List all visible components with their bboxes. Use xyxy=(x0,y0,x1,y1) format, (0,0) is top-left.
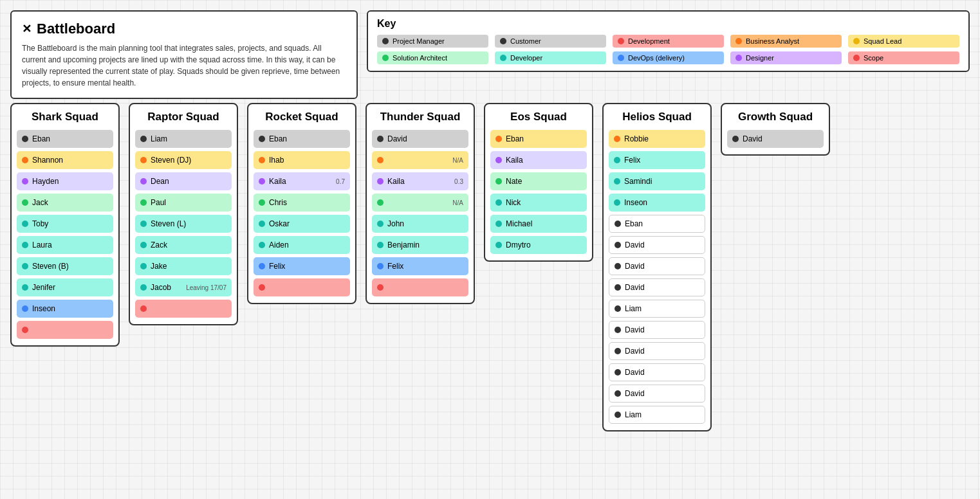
member-row[interactable]: Steven (DJ) xyxy=(135,151,232,169)
member-row[interactable]: Felix xyxy=(609,151,705,169)
member-row[interactable]: Eban xyxy=(254,130,350,148)
designer-label: Designer xyxy=(746,54,774,62)
squad-title: Helios Squad xyxy=(609,111,705,123)
squad-members: EbanIhabKaila0.7ChrisOskarAidenFelix xyxy=(254,130,350,296)
member-row[interactable]: Kaila0.3 xyxy=(372,172,468,190)
member-row[interactable]: Kaila xyxy=(490,151,587,169)
member-dot xyxy=(259,263,265,269)
member-row[interactable]: Jake xyxy=(135,257,232,275)
member-row[interactable]: Shannon xyxy=(17,151,113,169)
member-name: David xyxy=(743,134,818,143)
member-row[interactable]: Liam xyxy=(609,300,705,318)
member-name: Michael xyxy=(506,219,582,228)
member-dot xyxy=(259,178,265,185)
member-row[interactable]: Robbie xyxy=(609,130,705,148)
member-name: Liam xyxy=(625,304,699,313)
member-row[interactable]: Liam xyxy=(609,406,705,424)
member-row[interactable]: Eban xyxy=(609,215,705,233)
member-note: N/A xyxy=(452,157,463,164)
member-dot xyxy=(377,221,384,227)
member-row[interactable]: David xyxy=(609,342,705,360)
key-item-dev: Development xyxy=(613,35,724,48)
member-row[interactable] xyxy=(372,278,468,296)
member-dot xyxy=(615,390,621,397)
member-row[interactable]: N/A xyxy=(372,194,468,212)
member-row[interactable]: David xyxy=(609,278,705,296)
member-dot xyxy=(22,242,28,248)
member-name: Kaila xyxy=(387,177,450,186)
developer-dot xyxy=(500,55,506,61)
member-dot xyxy=(140,178,147,185)
member-row[interactable] xyxy=(254,278,350,296)
squads-area: Shark SquadEbanShannonHaydenJackTobyLaur… xyxy=(10,103,970,431)
member-dot xyxy=(22,136,28,142)
member-name: Inseon xyxy=(32,304,108,313)
member-row[interactable]: Inseon xyxy=(17,300,113,318)
member-name: Robbie xyxy=(624,134,700,143)
member-row[interactable]: Felix xyxy=(372,257,468,275)
member-dot xyxy=(495,178,502,185)
member-row[interactable]: Inseon xyxy=(609,194,705,212)
member-row[interactable]: Felix xyxy=(254,257,350,275)
member-row[interactable]: Nate xyxy=(490,172,587,190)
member-dot xyxy=(140,305,147,312)
member-dot xyxy=(140,136,147,142)
member-row[interactable]: David xyxy=(609,321,705,339)
member-row[interactable]: Zack xyxy=(135,236,232,254)
member-row[interactable]: Dean xyxy=(135,172,232,190)
member-row[interactable]: Paul xyxy=(135,194,232,212)
member-name: Jake xyxy=(151,262,227,271)
member-row[interactable] xyxy=(135,300,232,318)
member-row[interactable]: David xyxy=(609,236,705,254)
member-row[interactable]: Benjamin xyxy=(372,236,468,254)
member-row[interactable]: Kaila0.7 xyxy=(254,172,350,190)
member-row[interactable]: JacobLeaving 17/07 xyxy=(135,278,232,296)
member-dot xyxy=(140,157,147,163)
member-row[interactable]: David xyxy=(372,130,468,148)
member-row[interactable]: Jack xyxy=(17,194,113,212)
member-name: Steven (DJ) xyxy=(151,156,227,165)
member-dot xyxy=(495,157,502,163)
member-dot xyxy=(495,242,502,248)
member-row[interactable]: Hayden xyxy=(17,172,113,190)
member-row[interactable]: David xyxy=(609,363,705,381)
member-dot xyxy=(377,136,384,142)
member-row[interactable]: Eban xyxy=(490,130,587,148)
member-dot xyxy=(22,263,28,269)
member-name: Jack xyxy=(32,198,108,207)
member-row[interactable]: John xyxy=(372,215,468,233)
member-row[interactable]: Nick xyxy=(490,194,587,212)
member-name: Hayden xyxy=(32,177,108,186)
member-row[interactable] xyxy=(17,321,113,339)
member-dot xyxy=(615,263,621,269)
squad-card-rocket-squad: Rocket SquadEbanIhabKaila0.7ChrisOskarAi… xyxy=(247,103,356,304)
member-row[interactable]: Steven (L) xyxy=(135,215,232,233)
member-dot xyxy=(377,242,384,248)
member-name: Jenifer xyxy=(32,283,108,292)
member-row[interactable]: Samindi xyxy=(609,172,705,190)
member-row[interactable]: Dmytro xyxy=(490,236,587,254)
member-name: Ihab xyxy=(269,156,345,165)
member-dot xyxy=(22,199,28,206)
member-row[interactable]: Eban xyxy=(17,130,113,148)
member-row[interactable]: Toby xyxy=(17,215,113,233)
member-row[interactable]: N/A xyxy=(372,151,468,169)
member-row[interactable]: Liam xyxy=(135,130,232,148)
member-row[interactable]: David xyxy=(727,130,824,148)
member-row[interactable]: Steven (B) xyxy=(17,257,113,275)
member-row[interactable]: Ihab xyxy=(254,151,350,169)
member-row[interactable]: Chris xyxy=(254,194,350,212)
member-row[interactable]: Laura xyxy=(17,236,113,254)
squad-card-helios-squad: Helios SquadRobbieFelixSamindiInseonEban… xyxy=(602,103,712,431)
member-row[interactable]: Jenifer xyxy=(17,278,113,296)
member-row[interactable]: Aiden xyxy=(254,236,350,254)
member-row[interactable]: David xyxy=(609,385,705,403)
member-row[interactable]: Oskar xyxy=(254,215,350,233)
member-name: Dmytro xyxy=(506,240,582,250)
member-name: Benjamin xyxy=(387,240,463,250)
member-name: Nick xyxy=(506,198,582,207)
member-row[interactable]: David xyxy=(609,257,705,275)
member-dot xyxy=(22,221,28,227)
member-row[interactable]: Michael xyxy=(490,215,587,233)
devops-label: DevOps (delivery) xyxy=(628,54,685,62)
